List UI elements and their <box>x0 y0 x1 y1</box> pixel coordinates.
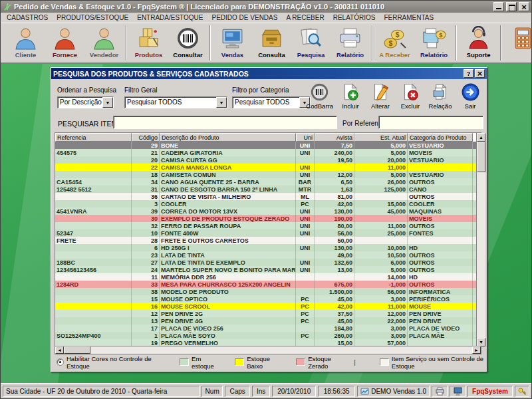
table-row[interactable]: 23LATA DE TINTA49,0010,500OUTROS <box>55 251 481 259</box>
menu-item[interactable]: A RECEBER <box>286 14 324 21</box>
table-row[interactable]: 4541VNRA39CORREA DO MOTOR 13VXUNI130,004… <box>55 207 481 215</box>
boxes-icon <box>136 26 161 51</box>
table-row[interactable]: 125482 551231CANO DE ESGOTO BARRA 150 2ª… <box>55 186 481 193</box>
table-row[interactable]: 6HD 250G IUNI130,0010,000HD <box>55 244 481 251</box>
toolbar-button-calculadora[interactable] <box>503 24 532 62</box>
column-header[interactable]: Referencia <box>55 133 132 142</box>
alterar-button[interactable]: Alterar <box>368 83 393 110</box>
menu-item[interactable]: CADASTROS <box>7 14 48 21</box>
table-row[interactable]: FRETE28FRETE E OUTROS CARRETOS50,00 <box>55 237 481 244</box>
category-filter-select[interactable]: Pesquisar TODOS <box>232 96 311 108</box>
table-row[interactable]: 17PLACA DE VIDEO 256184,803,000PLACA DE … <box>55 325 481 332</box>
order-filter-select[interactable]: Por Descrição <box>57 96 114 108</box>
cell-cat <box>408 237 473 244</box>
table-row[interactable]: 13PEN DRIVE 4GPC45,0022,000PEN DRIVE <box>55 317 481 325</box>
codbarra-button[interactable]: CodBarra <box>306 83 333 110</box>
scrollbar-track[interactable] <box>477 172 485 338</box>
cell-est: 3,000 <box>354 295 408 303</box>
column-header[interactable]: Código <box>132 133 160 142</box>
minimize-button[interactable] <box>493 2 504 11</box>
person-red-icon <box>53 26 77 51</box>
toolbar-button-cliente[interactable]: Cliente <box>6 24 45 62</box>
menu-item[interactable]: PRODUTOS/ESTOQUE <box>57 14 128 21</box>
scrollbar-thumb[interactable] <box>64 346 90 354</box>
cell-ref: CA15454 <box>55 178 132 186</box>
toolbar-button-fornece[interactable]: Fornece <box>45 24 84 62</box>
toolbar-button-a-receber[interactable]: $$A Receber <box>375 24 414 62</box>
cell-cat: MAQUINAS <box>408 207 473 215</box>
column-header[interactable]: Categoria do Produto <box>408 133 473 142</box>
toolbar-button-relatorio-receber[interactable]: $Relatório <box>414 24 454 62</box>
status-panel: Sua Cidade - UF 20 de Outubro de 2010 - … <box>3 386 200 397</box>
table-row[interactable]: 18CAMISETA COMUNUNI12,005,000VESTUARIO <box>55 171 481 178</box>
menu-item[interactable]: RELATÓRIOS <box>333 14 376 21</box>
table-row[interactable]: 3COOLERPC42,0015,000COOLER <box>55 200 481 207</box>
cell-uni: UNI <box>296 215 315 222</box>
column-header[interactable]: Est. Atual <box>354 133 408 142</box>
horizontal-scrollbar[interactable]: ◄ ► <box>55 346 481 354</box>
cell-desc: LATA DE TINTA <box>160 251 296 259</box>
scrollbar-thumb[interactable] <box>477 142 485 172</box>
table-row[interactable]: 1284RD33MESA PARA CHURRASCO 125X200 ANGE… <box>55 281 481 288</box>
table-row[interactable]: 15MOUSE OPTICOPC45,003,000PERIFÉRICOS <box>55 295 481 303</box>
chevron-down-icon[interactable] <box>216 97 227 108</box>
vertical-scrollbar[interactable]: ▲ ▼ <box>476 133 485 346</box>
close-button[interactable] <box>519 2 529 11</box>
menu-item[interactable]: FERRAMENTAS <box>384 14 434 21</box>
relacao-button[interactable]: Relação <box>428 83 453 110</box>
scroll-right-icon[interactable]: ► <box>472 346 481 354</box>
table-row[interactable]: 188BC27LATA DE TINTA DE EXEMPLOUNI132,60… <box>55 259 481 266</box>
scrollbar-track[interactable] <box>90 346 472 354</box>
table-row[interactable]: 29BONEUNI7,505,000VESTUARIO <box>55 142 481 149</box>
restore-button[interactable] <box>506 2 517 11</box>
dialog-help-button[interactable]: ? <box>464 69 473 78</box>
table-row[interactable]: 45457521CADEIRA GIRATORIAUNI240,005,000M… <box>55 149 481 156</box>
cell-ref: 123456123456 <box>55 266 132 273</box>
sair-button[interactable]: Sair <box>458 83 483 110</box>
toolbar-button-suporte[interactable]: Suporte <box>459 24 498 62</box>
toolbar-button-relatorio[interactable]: Relatório <box>331 24 370 62</box>
table-row[interactable]: 11MEMÓRIA DDR 25614,000HD <box>55 273 481 281</box>
column-header[interactable]: Descrição do Produto <box>160 133 296 142</box>
table-row[interactable]: SO12524MP4001PLACA MÃE SOYOPC260,003,000… <box>55 332 481 339</box>
incluir-button[interactable]: Incluir <box>338 83 363 110</box>
table-row[interactable]: 30EXEMPLO DE PRODUTO ESTOQUE ZERADOUNI19… <box>55 215 481 222</box>
dialog-close-button[interactable] <box>475 69 485 78</box>
menu-item[interactable]: PEDIDO DE VENDAS <box>212 14 278 21</box>
excluir-button[interactable]: Excluir <box>398 83 423 110</box>
reference-input[interactable] <box>378 116 483 129</box>
table-row[interactable]: 22CAMISA MANGA LONGAUNI11,000 <box>55 164 481 171</box>
column-header[interactable]: Avista <box>315 133 354 142</box>
column-header[interactable]: Uni <box>296 133 315 142</box>
table-row[interactable]: 32FERRO DE PASSAR ROUPAUNI80,0011,000OUT… <box>55 222 481 229</box>
table-row[interactable]: 20CAMISA CURTA GG19,5020,000VESTUARIO <box>55 156 481 164</box>
chevron-down-icon[interactable] <box>102 97 113 108</box>
table-row[interactable]: 12345612345624MARTELO SUPER NOVO E BONIT… <box>55 266 481 273</box>
menu-item[interactable]: ENTRADA/ESTOQUE <box>137 14 203 21</box>
toolbar-button-pesquisa[interactable]: Pesquisa <box>291 24 331 62</box>
search-item-input[interactable] <box>113 116 337 129</box>
cell-est: 5,000 <box>354 171 408 178</box>
cell-desc: PEN DRIVE 2G <box>160 310 296 317</box>
table-row[interactable]: 36CARTAO DE VISITA - MILHEIROML81,00OUTR… <box>55 193 481 200</box>
cell-avista: 45,00 <box>315 295 354 303</box>
cell-ref <box>55 193 132 200</box>
cell-uni: ML <box>296 193 315 200</box>
barcode-circle-icon <box>176 26 200 51</box>
scroll-up-icon[interactable]: ▲ <box>477 133 485 142</box>
table-row[interactable]: 38MODELO DE PRODUTO1.500,0056,000INFORMA… <box>55 288 481 295</box>
toolbar-button-consulta[interactable]: Consulta <box>252 24 291 62</box>
table-row[interactable]: 16MOUSE SCROOLPC42,0011,000MOUSE <box>55 303 481 310</box>
scroll-left-icon[interactable]: ◄ <box>55 346 64 354</box>
table-row[interactable]: 12PEN DRIVE 2GPC37,5012,000PEN DRIVE <box>55 310 481 317</box>
cell-avista: 184,80 <box>315 325 354 332</box>
table-row[interactable]: 5234710FONTE 400WUNI56,0025,000FONTES <box>55 229 481 237</box>
toolbar-button-consultar[interactable]: Consultar <box>168 24 207 62</box>
arrow-circle-icon <box>462 83 479 101</box>
toolbar-button-vendedor[interactable]: Vendedor <box>84 24 124 62</box>
general-filter-select[interactable]: Pesquisar TODOS <box>124 96 227 108</box>
toolbar-button-produtos[interactable]: Produtos <box>129 24 168 62</box>
enable-colors-radio[interactable] <box>57 358 64 366</box>
toolbar-button-vendas[interactable]: Vendas <box>213 24 252 62</box>
table-row[interactable]: CA1545434CANO AGUA QUENTE 25 - BARRABAR6… <box>55 178 481 186</box>
